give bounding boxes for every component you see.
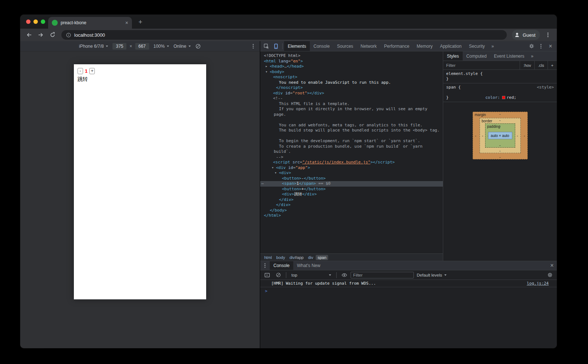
dom-tree-line[interactable]: --> [260,155,443,160]
tab-elements[interactable]: Elements [284,41,310,51]
omnibox[interactable]: localhost:3000 [61,30,507,40]
breadcrumb-item-div[interactable]: div [306,255,315,260]
disclosure-triangle-icon[interactable]: ▾ [272,165,273,171]
dom-tree-line[interactable]: The build step will place the bundled sc… [260,128,443,133]
dom-tree-line[interactable]: page. [260,112,443,118]
tab-sources[interactable]: Sources [333,41,357,51]
box-model-border[interactable]: border - - - - padding - - - [480,118,521,153]
new-style-rule-button[interactable]: + [548,61,557,69]
styles-filter-input[interactable] [443,61,520,69]
reload-button[interactable] [47,30,58,40]
console-log-source-link[interactable]: log.js:24 [527,281,549,286]
rotate-device-icon[interactable] [195,43,201,49]
dom-tree-line[interactable]: build`. [260,149,443,155]
tab-styles[interactable]: Styles [443,51,463,61]
class-toggle[interactable]: .cls [534,61,548,69]
dom-tree-line[interactable] [260,133,443,139]
css-property-name[interactable]: color: [485,95,500,100]
breadcrumb-item-body[interactable]: body [275,255,287,260]
jump-link[interactable]: 跳转 [78,76,202,83]
tabs-overflow-button[interactable]: » [488,44,497,49]
console-drawer-menu-button[interactable] [260,261,270,270]
style-origin-link[interactable]: <style> [537,85,554,90]
dom-tree-line[interactable]: <script src="/static/js/index.bundle.js"… [260,160,443,165]
new-tab-button[interactable]: + [136,17,145,27]
box-model-padding[interactable]: padding - - - - auto × auto [485,123,515,148]
dom-tree-line[interactable]: ▾<body> [260,69,443,75]
device-width-input[interactable] [112,43,126,50]
devtools-close-button[interactable]: × [546,42,555,51]
styles-tabs-overflow-button[interactable]: » [528,51,537,61]
breadcrumb-item-html[interactable]: html [262,255,274,260]
tab-security[interactable]: Security [465,41,488,51]
console-settings-button[interactable] [545,271,555,280]
console-prompt[interactable]: > [260,287,557,295]
dom-tree-line[interactable]: </noscript> [260,85,443,91]
console-sidebar-toggle-button[interactable] [262,271,272,280]
dom-tree-line[interactable]: </body> [260,208,443,213]
dom-tree-line[interactable]: You need to enable JavaScript to run thi… [260,80,443,86]
tab-computed[interactable]: Computed [463,51,490,61]
tab-what-s-new[interactable]: What's New [293,261,324,270]
info-icon[interactable] [66,32,71,38]
throttle-select[interactable]: Online [173,44,191,49]
browser-menu-button[interactable] [543,30,553,40]
back-button[interactable] [24,30,34,40]
color-swatch[interactable] [502,96,505,99]
devtools-menu-button[interactable] [536,42,546,51]
dom-tree-line[interactable]: …<span>1</span> == $0 [260,181,443,187]
box-model-content[interactable]: auto × auto [488,132,512,139]
css-property-value[interactable]: red; [506,95,516,100]
tab-console[interactable]: Console [270,261,293,270]
hover-state-toggle[interactable]: :hov [520,61,534,69]
console-filter-input[interactable] [351,272,414,278]
disclosure-triangle-icon[interactable]: ▾ [275,170,276,176]
dom-tree-line[interactable]: <!-- [260,96,443,101]
tab-network[interactable]: Network [357,41,380,51]
increment-button[interactable]: + [89,68,95,74]
dom-tree-line[interactable]: </div> [260,202,443,208]
dom-tree-line[interactable]: To create a production bundle, use `npm … [260,144,443,149]
disclosure-triangle-icon[interactable]: ▾ [266,69,267,75]
console-close-button[interactable]: × [547,261,557,270]
dom-tree-line[interactable]: <html lang="en"> [260,59,443,64]
tab-console[interactable]: Console [310,41,333,51]
fullscreen-window-button[interactable] [41,19,45,24]
breadcrumb-item-div-app[interactable]: div#app [288,255,306,260]
device-height-input[interactable] [135,43,149,50]
live-expression-eye-button[interactable] [340,271,349,280]
guest-profile-button[interactable]: Guest [512,30,540,40]
device-select[interactable]: iPhone 6/7/8 [79,44,108,49]
dom-tree-line[interactable] [260,117,443,123]
dom-tree-line[interactable]: <div>跳转</div> [260,192,443,197]
box-model-margin[interactable]: margin - - - - border - - - - [473,112,528,159]
dom-tree-line[interactable]: <button>-</button> [260,176,443,181]
dom-tree-line[interactable]: You can add webfonts, meta tags, or anal… [260,123,443,128]
dom-tree-line[interactable]: </div> [260,197,443,203]
javascript-context-select[interactable]: top [289,272,333,278]
dom-tree-line[interactable]: This HTML file is a template. [260,101,443,107]
tab-performance[interactable]: Performance [380,41,413,51]
device-toolbar-menu-button[interactable] [250,43,256,49]
clear-console-button[interactable] [273,271,283,280]
dom-tree-line[interactable]: ▾<div> [260,170,443,176]
devtools-settings-button[interactable] [527,42,536,51]
decrement-button[interactable]: - [78,68,83,74]
breadcrumb-item-span[interactable]: span [316,255,328,260]
dom-tree-line[interactable]: </html> [260,213,443,219]
tab-memory[interactable]: Memory [413,41,436,51]
css-rule-selector[interactable]: span { [446,85,461,90]
tab-close-button[interactable]: × [125,20,128,25]
forward-button[interactable] [36,30,46,40]
tab-application[interactable]: Application [436,41,465,51]
dom-tree-line[interactable]: ▸<head>…</head> [260,64,443,69]
element-style-open[interactable]: element.style { [443,71,557,76]
dom-tree-line[interactable]: <!DOCTYPE html> [260,53,443,59]
dom-tree-line[interactable]: <noscript> [260,75,443,80]
device-toolbar-toggle-button[interactable] [271,42,281,51]
inspect-element-button[interactable] [262,42,271,51]
zoom-select[interactable]: 100% [154,44,169,49]
dom-tree-line[interactable]: To begin the development, run `npm start… [260,138,443,144]
dom-tree-line[interactable]: ▾<div id="app"> [260,165,443,171]
dom-tree-line[interactable]: If you open it directly in the browser, … [260,107,443,112]
